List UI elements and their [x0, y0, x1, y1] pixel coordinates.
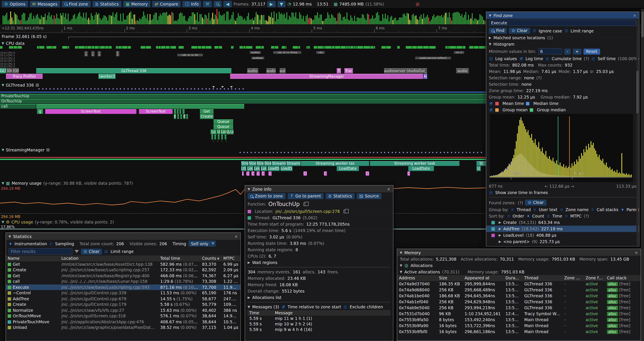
frame-bar[interactable]: [436, 17, 437, 24]
glthread-zone[interactable]: Lo: [230, 130, 234, 134]
frame-bar[interactable]: [303, 16, 304, 24]
message-dot[interactable]: [168, 88, 170, 90]
frame-bar[interactable]: [128, 15, 129, 24]
frame-bar[interactable]: [178, 19, 178, 24]
frame-bar[interactable]: [344, 17, 345, 24]
frame-bar[interactable]: [208, 13, 209, 24]
frame-bar[interactable]: [484, 21, 486, 24]
frame-bar[interactable]: [370, 19, 370, 24]
frame-bar[interactable]: [152, 19, 153, 24]
frame-bar[interactable]: [335, 18, 336, 24]
glthread-zone[interactable]: call: [0, 104, 36, 109]
frame-bar[interactable]: [349, 21, 350, 24]
message-row[interactable]: 5.59 smip 9 w 4 h 4 (16): [248, 327, 390, 332]
frame-bar[interactable]: [389, 21, 390, 24]
alloc-callstack-button[interactable]: alloc: [607, 318, 618, 322]
column-header[interactable]: Address: [397, 275, 437, 281]
cpu-thread-zone[interactable]: 306: [6, 68, 12, 73]
frame-bar[interactable]: [26, 21, 26, 24]
frame-bar[interactable]: [105, 16, 106, 24]
frame-bar[interactable]: [76, 19, 76, 24]
allocation-row[interactable]: 0x74a9d68040256 KB295,668,489ns13:50.7GL…: [397, 287, 640, 293]
frame-bar[interactable]: [166, 12, 167, 24]
frame-bar[interactable]: [363, 15, 364, 24]
frame-bar[interactable]: [413, 14, 414, 24]
limit-range-checkbox[interactable]: [104, 249, 108, 254]
frame-bar[interactable]: [281, 13, 282, 24]
toolbar-button-messages[interactable]: ✉Messages: [30, 1, 60, 7]
frame-bar[interactable]: [184, 16, 185, 24]
streaming-zone[interactable]: LoU: [247, 166, 253, 171]
frame-bar[interactable]: [68, 14, 68, 24]
zone-info-button-source[interactable]: ▤Source: [357, 193, 382, 199]
frame-bar[interactable]: [92, 16, 93, 24]
message-dot[interactable]: [86, 88, 88, 90]
streaming-zone[interactable]: C|: [252, 171, 254, 176]
message-dot[interactable]: [432, 152, 434, 153]
frame-bar[interactable]: [441, 15, 442, 24]
frame-bar[interactable]: [207, 19, 208, 24]
message-dot[interactable]: [194, 88, 196, 90]
frame-bar[interactable]: [141, 19, 142, 24]
frame-bar[interactable]: [5, 15, 6, 24]
message-dot[interactable]: [172, 88, 173, 90]
frame-bar[interactable]: [214, 19, 214, 24]
glthread-zone[interactable]: [221, 135, 223, 139]
cpu-thread-zone[interactable]: StreamingManager: [230, 74, 423, 79]
frame-bar[interactable]: [119, 21, 120, 24]
frame-bar[interactable]: [52, 19, 53, 24]
message-dot[interactable]: [292, 152, 293, 153]
frame-bar[interactable]: [97, 15, 98, 24]
message-dot[interactable]: [295, 152, 296, 153]
message-row[interactable]: 5.59 smip 10 w 2 h 2 (4): [248, 321, 390, 327]
frame-bar[interactable]: [212, 13, 213, 24]
clear-button[interactable]: ⊘Clear: [81, 248, 102, 254]
glthread-zone[interactable]: [217, 140, 218, 142]
frame-bar[interactable]: [63, 13, 64, 24]
frame-bar[interactable]: [444, 15, 444, 24]
time-relative-checkbox[interactable]: [281, 305, 286, 309]
frame-bar[interactable]: [427, 15, 428, 24]
frame-bar[interactable]: [146, 19, 146, 24]
frame-bar[interactable]: [481, 15, 482, 24]
frame-bar[interactable]: [318, 18, 319, 24]
streaming-zone[interactable]: Streaming worker tas: [301, 161, 369, 166]
glthread-zone[interactable]: Create: [200, 114, 214, 119]
sort-by-radio-mtpc[interactable]: [564, 214, 568, 218]
frame-bar[interactable]: [264, 15, 264, 24]
frame-bar[interactable]: [16, 15, 18, 24]
found-zone-row[interactable]: ▶Create(54,131)643.34 ms: [486, 219, 639, 226]
cpu-thread-zone[interactable]: aut: [280, 68, 286, 73]
frame-bar[interactable]: [384, 18, 384, 24]
message-dot[interactable]: [242, 88, 244, 90]
message-dot[interactable]: [440, 152, 441, 153]
frame-bar[interactable]: [438, 16, 440, 24]
message-dot[interactable]: [202, 88, 203, 90]
frame-bar[interactable]: [18, 20, 19, 24]
cpu-thread-zone[interactable]: audio: [456, 68, 469, 73]
frame-bar[interactable]: [459, 14, 460, 24]
alloc-callstack-button[interactable]: alloc: [607, 294, 618, 298]
frame-bar[interactable]: [219, 12, 220, 24]
frame-bar[interactable]: [88, 18, 89, 24]
frame-bar[interactable]: [261, 15, 262, 24]
cpu-zone[interactable]: E: [84, 54, 88, 57]
cpu-thread-zone[interactable]: Ti: [337, 68, 341, 73]
frame-bar[interactable]: [235, 21, 236, 24]
message-dot[interactable]: [395, 152, 396, 153]
frame-bar[interactable]: [454, 12, 455, 24]
frame-bar[interactable]: [262, 15, 263, 24]
reset-button[interactable]: Reset: [584, 48, 600, 54]
frame-bar[interactable]: [304, 21, 305, 24]
collapse-icon[interactable]: ▼: [489, 14, 492, 17]
message-dot[interactable]: [366, 152, 367, 153]
frame-bar[interactable]: [32, 20, 33, 24]
frame-bar[interactable]: [257, 15, 258, 24]
frame-bar[interactable]: [362, 14, 363, 24]
frame-jump-button[interactable]: ▼: [277, 1, 286, 7]
message-dot[interactable]: [153, 88, 154, 90]
glthread-zone[interactable]: [224, 135, 226, 139]
message-dot[interactable]: [288, 152, 289, 153]
frame-bar[interactable]: [342, 21, 342, 24]
frame-bar[interactable]: [136, 21, 136, 24]
